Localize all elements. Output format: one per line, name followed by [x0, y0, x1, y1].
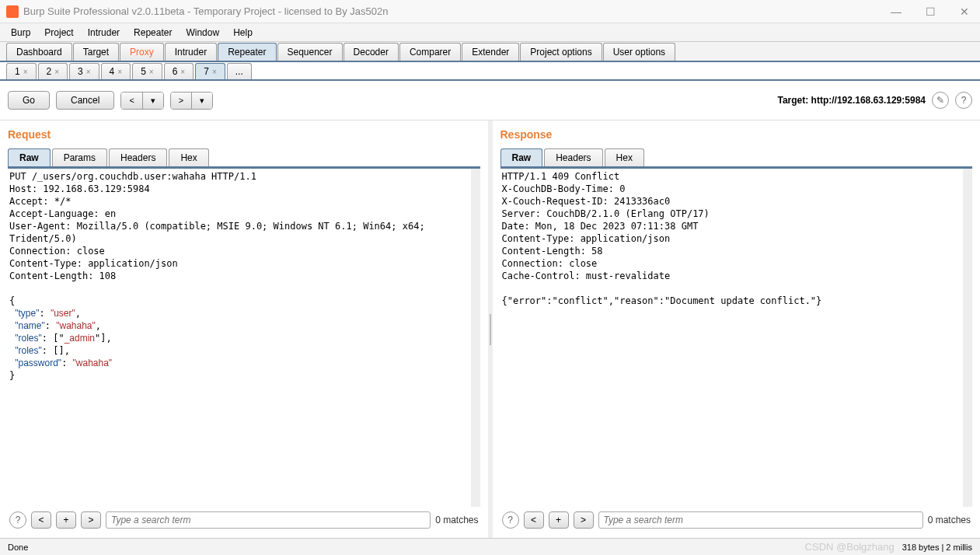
split-divider[interactable] — [488, 120, 493, 538]
main-tabs: Dashboard Target Proxy Intruder Repeater… — [0, 42, 980, 62]
close-button[interactable]: ✕ — [955, 2, 974, 21]
response-search-options[interactable]: ? — [502, 511, 519, 529]
response-panel: Response Raw Headers Hex HTTP/1.1 409 Co… — [493, 120, 981, 538]
request-search-options[interactable]: ? — [9, 511, 26, 529]
repeater-tab-3[interactable]: 3× — [69, 63, 99, 79]
request-view-tabs: Raw Params Headers Hex — [8, 148, 480, 169]
window-title: Burp Suite Professional v2.0.11beta - Te… — [23, 5, 887, 17]
close-icon[interactable]: × — [86, 68, 91, 76]
menu-intruder[interactable]: Intruder — [82, 26, 126, 40]
question-icon: ? — [16, 515, 21, 525]
repeater-tab-label: 5 — [141, 66, 146, 77]
history-forward-button[interactable]: > — [171, 92, 192, 109]
response-viewer[interactable]: HTTP/1.1 409 Conflict X-CouchDB-Body-Tim… — [500, 169, 973, 507]
close-icon[interactable]: × — [180, 68, 185, 76]
repeater-tab-label: 3 — [78, 66, 83, 77]
close-icon[interactable]: × — [23, 68, 28, 76]
edit-target-button[interactable]: ✎ — [932, 92, 949, 109]
app-icon — [6, 5, 19, 18]
repeater-tab-7[interactable]: 7× — [195, 63, 225, 79]
request-title: Request — [8, 125, 480, 144]
repeater-tab-label: 7 — [204, 66, 209, 77]
request-search-bar: ? < + > 0 matches — [8, 507, 480, 533]
tab-decoder[interactable]: Decoder — [344, 43, 399, 61]
help-button[interactable]: ? — [955, 92, 972, 109]
close-icon[interactable]: × — [149, 68, 154, 76]
repeater-tab-label: ... — [235, 66, 243, 77]
repeater-tab-label: 6 — [173, 66, 178, 77]
history-back-dropdown[interactable]: ▾ — [143, 92, 163, 109]
request-panel: Request Raw Params Headers Hex PUT /_use… — [0, 120, 488, 538]
go-button[interactable]: Go — [8, 91, 50, 110]
tab-repeater[interactable]: Repeater — [218, 43, 276, 61]
repeater-tab-2[interactable]: 2× — [38, 63, 68, 79]
response-tab-raw[interactable]: Raw — [500, 148, 543, 166]
question-icon: ? — [507, 515, 513, 525]
statusbar: Done CSDN @Bolgzhang 318 bytes | 2 milli… — [0, 538, 980, 555]
titlebar: Burp Suite Professional v2.0.11beta - Te… — [0, 0, 980, 23]
tab-extender[interactable]: Extender — [462, 43, 519, 61]
repeater-tab-5[interactable]: 5× — [132, 63, 162, 79]
status-right: 318 bytes | 2 millis — [902, 543, 972, 552]
repeater-toolbar: Go Cancel < ▾ > ▾ Target: http://192.168… — [0, 81, 980, 120]
tab-user-options[interactable]: User options — [603, 43, 675, 61]
request-tab-hex[interactable]: Hex — [169, 148, 208, 166]
request-editor[interactable]: PUT /_users/org.couchdb.user:wahaha HTTP… — [8, 169, 480, 507]
repeater-tabs: 1× 2× 3× 4× 5× 6× 7× ... — [0, 62, 980, 81]
repeater-tab-4[interactable]: 4× — [101, 63, 131, 79]
request-tab-headers[interactable]: Headers — [109, 148, 167, 166]
minimize-button[interactable]: — — [887, 2, 905, 21]
request-search-next[interactable]: > — [81, 511, 101, 529]
tab-sequencer[interactable]: Sequencer — [277, 43, 343, 61]
target-label: Target: http://192.168.63.129:5984 — [777, 95, 926, 106]
response-tab-hex[interactable]: Hex — [605, 148, 644, 166]
repeater-tab-1[interactable]: 1× — [6, 63, 37, 79]
repeater-tab-label: 1 — [15, 66, 20, 77]
history-back-button[interactable]: < — [121, 92, 142, 109]
history-back-group: < ▾ — [120, 92, 163, 110]
tab-intruder[interactable]: Intruder — [165, 43, 217, 61]
maximize-button[interactable]: ☐ — [921, 2, 940, 21]
tab-project-options[interactable]: Project options — [520, 43, 602, 61]
response-search-matches: 0 matches — [928, 515, 971, 525]
request-response-split: Request Raw Params Headers Hex PUT /_use… — [0, 120, 980, 538]
request-tab-params[interactable]: Params — [52, 148, 107, 166]
menu-window[interactable]: Window — [180, 26, 225, 40]
request-search-add[interactable]: + — [56, 511, 76, 529]
request-search-input[interactable] — [106, 511, 431, 529]
response-search-input[interactable] — [598, 511, 923, 529]
request-tab-raw[interactable]: Raw — [8, 148, 51, 166]
request-search-matches: 0 matches — [435, 515, 478, 525]
repeater-tab-new[interactable]: ... — [227, 63, 252, 79]
tab-comparer[interactable]: Comparer — [399, 43, 461, 61]
menu-burp[interactable]: Burp — [5, 26, 37, 40]
menu-help[interactable]: Help — [227, 26, 259, 40]
watermark: CSDN @Bolgzhang — [805, 541, 895, 553]
repeater-tab-label: 2 — [47, 66, 52, 77]
repeater-tab-label: 4 — [110, 66, 115, 77]
close-icon[interactable]: × — [117, 68, 122, 76]
response-search-add[interactable]: + — [549, 511, 569, 529]
pencil-icon: ✎ — [936, 95, 944, 106]
response-search-prev[interactable]: < — [524, 511, 544, 529]
status-left: Done — [8, 543, 28, 552]
close-icon[interactable]: × — [212, 68, 217, 76]
response-search-bar: ? < + > 0 matches — [500, 507, 973, 533]
tab-proxy[interactable]: Proxy — [120, 43, 164, 61]
history-forward-dropdown[interactable]: ▾ — [192, 92, 212, 109]
history-forward-group: > ▾ — [170, 92, 213, 110]
response-search-next[interactable]: > — [574, 511, 594, 529]
response-title: Response — [500, 125, 973, 144]
tab-target[interactable]: Target — [73, 43, 119, 61]
tab-dashboard[interactable]: Dashboard — [6, 43, 72, 61]
response-view-tabs: Raw Headers Hex — [500, 148, 973, 169]
response-tab-headers[interactable]: Headers — [544, 148, 602, 166]
repeater-tab-6[interactable]: 6× — [164, 63, 194, 79]
question-icon: ? — [961, 95, 967, 106]
menu-repeater[interactable]: Repeater — [127, 26, 178, 40]
close-icon[interactable]: × — [54, 68, 59, 76]
menu-project[interactable]: Project — [38, 26, 79, 40]
cancel-button[interactable]: Cancel — [56, 91, 114, 110]
menubar: Burp Project Intruder Repeater Window He… — [0, 23, 980, 42]
request-search-prev[interactable]: < — [31, 511, 51, 529]
